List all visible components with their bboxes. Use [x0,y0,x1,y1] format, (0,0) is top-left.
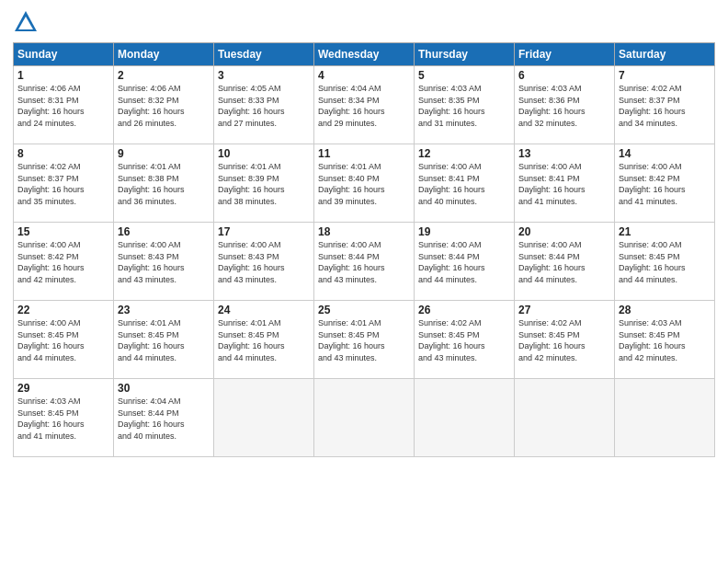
calendar-cell: 16Sunrise: 4:00 AM Sunset: 8:43 PM Dayli… [114,223,214,301]
day-number: 28 [619,304,711,316]
day-number: 23 [118,304,210,316]
day-number: 7 [619,69,711,82]
day-number: 24 [218,304,310,316]
calendar-week-1: 1Sunrise: 4:06 AM Sunset: 8:31 PM Daylig… [14,66,715,144]
calendar-cell: 4Sunrise: 4:04 AM Sunset: 8:34 PM Daylig… [314,66,415,144]
calendar-cell [214,379,314,457]
day-number: 5 [418,69,510,82]
day-header-sunday: Sunday [14,43,114,66]
day-number: 29 [17,382,109,395]
calendar-cell: 2Sunrise: 4:06 AM Sunset: 8:32 PM Daylig… [114,66,214,144]
calendar-cell: 14Sunrise: 4:00 AM Sunset: 8:42 PM Dayli… [615,144,715,223]
cell-sun-info: Sunrise: 4:00 AM Sunset: 8:43 PM Dayligh… [218,239,310,285]
calendar-cell: 15Sunrise: 4:00 AM Sunset: 8:42 PM Dayli… [14,223,114,301]
day-number: 4 [318,69,410,82]
calendar-cell: 20Sunrise: 4:00 AM Sunset: 8:44 PM Dayli… [515,223,615,301]
cell-sun-info: Sunrise: 4:00 AM Sunset: 8:43 PM Dayligh… [118,239,210,285]
calendar-week-4: 22Sunrise: 4:00 AM Sunset: 8:45 PM Dayli… [14,301,715,379]
calendar-cell: 7Sunrise: 4:02 AM Sunset: 8:37 PM Daylig… [615,66,715,144]
calendar-week-5: 29Sunrise: 4:03 AM Sunset: 8:45 PM Dayli… [14,379,715,457]
calendar-cell: 8Sunrise: 4:02 AM Sunset: 8:37 PM Daylig… [14,144,114,223]
calendar-cell: 24Sunrise: 4:01 AM Sunset: 8:45 PM Dayli… [214,301,314,379]
calendar-cell [314,379,415,457]
day-number: 22 [17,304,109,316]
calendar-cell [515,379,615,457]
calendar-cell: 22Sunrise: 4:00 AM Sunset: 8:45 PM Dayli… [14,301,114,379]
calendar-cell: 10Sunrise: 4:01 AM Sunset: 8:39 PM Dayli… [214,144,314,223]
page: SundayMondayTuesdayWednesdayThursdayFrid… [0,0,728,563]
day-number: 1 [17,69,109,82]
calendar-cell [615,379,715,457]
cell-sun-info: Sunrise: 4:06 AM Sunset: 8:32 PM Dayligh… [118,83,210,129]
cell-sun-info: Sunrise: 4:00 AM Sunset: 8:41 PM Dayligh… [518,161,610,207]
day-number: 27 [518,304,610,316]
cell-sun-info: Sunrise: 4:00 AM Sunset: 8:44 PM Dayligh… [418,239,510,285]
cell-sun-info: Sunrise: 4:00 AM Sunset: 8:45 PM Dayligh… [619,239,711,285]
day-header-thursday: Thursday [415,43,515,66]
cell-sun-info: Sunrise: 4:03 AM Sunset: 8:35 PM Dayligh… [418,83,510,129]
cell-sun-info: Sunrise: 4:00 AM Sunset: 8:44 PM Dayligh… [518,239,610,285]
day-number: 25 [318,304,410,316]
cell-sun-info: Sunrise: 4:01 AM Sunset: 8:45 PM Dayligh… [118,317,210,363]
calendar-cell: 5Sunrise: 4:03 AM Sunset: 8:35 PM Daylig… [415,66,515,144]
day-number: 30 [118,382,210,395]
cell-sun-info: Sunrise: 4:04 AM Sunset: 8:34 PM Dayligh… [318,83,410,129]
cell-sun-info: Sunrise: 4:03 AM Sunset: 8:45 PM Dayligh… [17,396,109,442]
day-header-tuesday: Tuesday [214,43,314,66]
cell-sun-info: Sunrise: 4:00 AM Sunset: 8:41 PM Dayligh… [418,161,510,207]
day-number: 18 [318,225,410,238]
day-header-wednesday: Wednesday [314,43,415,66]
logo [13,9,42,35]
cell-sun-info: Sunrise: 4:01 AM Sunset: 8:45 PM Dayligh… [218,317,310,363]
calendar-cell: 21Sunrise: 4:00 AM Sunset: 8:45 PM Dayli… [615,223,715,301]
calendar-cell: 28Sunrise: 4:03 AM Sunset: 8:45 PM Dayli… [615,301,715,379]
day-number: 19 [418,225,510,238]
calendar-cell: 23Sunrise: 4:01 AM Sunset: 8:45 PM Dayli… [114,301,214,379]
day-number: 14 [619,147,711,160]
calendar: SundayMondayTuesdayWednesdayThursdayFrid… [13,42,715,457]
day-number: 10 [218,147,310,160]
cell-sun-info: Sunrise: 4:04 AM Sunset: 8:44 PM Dayligh… [118,396,210,442]
day-number: 21 [619,225,711,238]
day-number: 3 [218,69,310,82]
calendar-cell: 17Sunrise: 4:00 AM Sunset: 8:43 PM Dayli… [214,223,314,301]
cell-sun-info: Sunrise: 4:01 AM Sunset: 8:38 PM Dayligh… [118,161,210,207]
day-number: 16 [118,225,210,238]
calendar-week-3: 15Sunrise: 4:00 AM Sunset: 8:42 PM Dayli… [14,223,715,301]
day-number: 9 [118,147,210,160]
cell-sun-info: Sunrise: 4:02 AM Sunset: 8:45 PM Dayligh… [418,317,510,363]
cell-sun-info: Sunrise: 4:02 AM Sunset: 8:37 PM Dayligh… [17,161,109,207]
calendar-week-2: 8Sunrise: 4:02 AM Sunset: 8:37 PM Daylig… [14,144,715,223]
header [13,9,715,35]
day-number: 6 [518,69,610,82]
day-number: 12 [418,147,510,160]
day-header-monday: Monday [114,43,214,66]
day-header-saturday: Saturday [615,43,715,66]
day-number: 8 [17,147,109,160]
day-number: 2 [118,69,210,82]
cell-sun-info: Sunrise: 4:02 AM Sunset: 8:45 PM Dayligh… [518,317,610,363]
calendar-cell: 11Sunrise: 4:01 AM Sunset: 8:40 PM Dayli… [314,144,415,223]
cell-sun-info: Sunrise: 4:01 AM Sunset: 8:40 PM Dayligh… [318,161,410,207]
cell-sun-info: Sunrise: 4:06 AM Sunset: 8:31 PM Dayligh… [17,83,109,129]
cell-sun-info: Sunrise: 4:03 AM Sunset: 8:45 PM Dayligh… [619,317,711,363]
day-number: 13 [518,147,610,160]
cell-sun-info: Sunrise: 4:05 AM Sunset: 8:33 PM Dayligh… [218,83,310,129]
cell-sun-info: Sunrise: 4:00 AM Sunset: 8:44 PM Dayligh… [318,239,410,285]
day-number: 20 [518,225,610,238]
calendar-cell: 30Sunrise: 4:04 AM Sunset: 8:44 PM Dayli… [114,379,214,457]
day-number: 17 [218,225,310,238]
calendar-cell: 27Sunrise: 4:02 AM Sunset: 8:45 PM Dayli… [515,301,615,379]
cell-sun-info: Sunrise: 4:02 AM Sunset: 8:37 PM Dayligh… [619,83,711,129]
cell-sun-info: Sunrise: 4:00 AM Sunset: 8:42 PM Dayligh… [619,161,711,207]
logo-icon [13,9,39,35]
calendar-cell: 3Sunrise: 4:05 AM Sunset: 8:33 PM Daylig… [214,66,314,144]
cell-sun-info: Sunrise: 4:00 AM Sunset: 8:42 PM Dayligh… [17,239,109,285]
calendar-cell: 12Sunrise: 4:00 AM Sunset: 8:41 PM Dayli… [415,144,515,223]
calendar-cell: 13Sunrise: 4:00 AM Sunset: 8:41 PM Dayli… [515,144,615,223]
calendar-cell: 26Sunrise: 4:02 AM Sunset: 8:45 PM Dayli… [415,301,515,379]
day-number: 15 [17,225,109,238]
calendar-cell: 9Sunrise: 4:01 AM Sunset: 8:38 PM Daylig… [114,144,214,223]
cell-sun-info: Sunrise: 4:00 AM Sunset: 8:45 PM Dayligh… [17,317,109,363]
calendar-header-row: SundayMondayTuesdayWednesdayThursdayFrid… [14,43,715,66]
